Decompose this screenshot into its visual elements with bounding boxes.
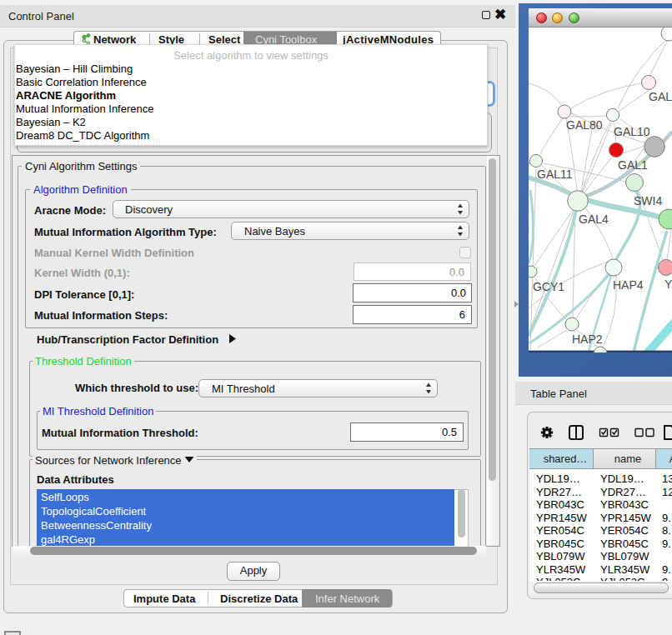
svg-text:GAL4: GAL4 [579,212,609,226]
svg-text:GCY1: GCY1 [533,280,564,293]
svg-text:SWI4: SWI4 [634,194,662,208]
svg-text:HAP2: HAP2 [572,332,603,346]
svg-text:GAL1: GAL1 [618,158,648,172]
svg-text:HAP4: HAP4 [613,278,644,292]
svg-text:GAL11: GAL11 [537,168,573,181]
svg-text:Y: Y [664,278,672,291]
svg-text:GAL10: GAL10 [614,125,650,138]
svg-text:GAL8: GAL8 [649,90,672,103]
svg-text:GAL80: GAL80 [566,118,603,132]
